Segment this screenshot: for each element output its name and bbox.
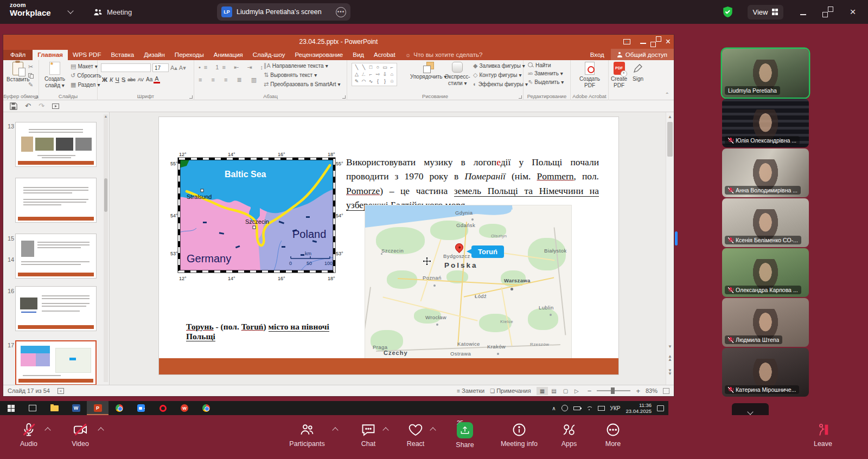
undo-icon[interactable]: ↶	[25, 102, 31, 110]
format-painter-icon[interactable]: ✎	[28, 81, 34, 88]
select-button[interactable]: ⇖Выделить ▾	[528, 79, 564, 86]
chat-button[interactable]: Chat	[348, 422, 389, 448]
security-shield-icon[interactable]	[722, 6, 733, 18]
save-icon[interactable]	[10, 102, 17, 110]
zoom-app-icon[interactable]	[130, 401, 152, 415]
share-document-button[interactable]: Общий доступ	[611, 49, 674, 60]
scroll-down-icon[interactable]: ▼	[666, 344, 674, 349]
arrange-button[interactable]: Упорядочить ▾	[410, 62, 446, 80]
alignment-buttons[interactable]: ≡ ≡ ≡ ≣ ▥	[199, 76, 260, 83]
tab-animations[interactable]: Анимация	[209, 50, 248, 60]
zoom-percentage[interactable]: 83%	[646, 387, 658, 394]
redo-icon[interactable]: ↷	[39, 102, 44, 110]
wps-create-pdf-button[interactable]: PDF CreatePDF	[611, 62, 627, 88]
browser-icon[interactable]	[195, 401, 217, 415]
tab-shared-screen[interactable]: LP Liudmyla Peretiaha's screen •••	[217, 3, 350, 21]
participants-options-caret[interactable]	[332, 427, 338, 433]
close-button[interactable]: ×	[847, 6, 858, 18]
acrobat-create-pdf-button[interactable]: СоздатьPDF	[579, 62, 600, 88]
editor-scrollbar[interactable]: ▲ ▼ ▲▲ ▼▼	[666, 112, 674, 385]
notes-button[interactable]: ≡ Заметки	[457, 387, 484, 394]
view-switcher[interactable]: ▦ ▤ ▢ ▷	[537, 387, 582, 395]
participant-tile[interactable]: Анна Володимирівна ...	[722, 148, 809, 197]
comments-button[interactable]: ❏ Примечания	[490, 387, 531, 394]
more-button[interactable]: More	[592, 422, 634, 448]
slide-thumbnail-16[interactable]	[15, 286, 97, 331]
zoom-out-button[interactable]: −	[588, 387, 592, 395]
dialog-launcher-icon[interactable]	[34, 95, 37, 99]
shapes-gallery[interactable]: ╲╲□○▭⌐ △ㄥ⌐⇨⇩⌂ ✎◠∿{}☆	[352, 63, 397, 86]
tab-meeting[interactable]: Meeting	[93, 0, 132, 24]
keyboard-icon[interactable]	[598, 406, 605, 411]
tab-insert[interactable]: Вставка	[106, 50, 139, 60]
clock[interactable]: 11:3623.04.2025	[626, 402, 652, 415]
find-button[interactable]: Найти	[528, 62, 564, 68]
smartart-button[interactable]: ⇄Преобразовать в SmartArt ▾	[264, 81, 341, 88]
font-size-input[interactable]	[152, 63, 169, 72]
font-name-input[interactable]	[101, 63, 151, 72]
chrome-icon[interactable]	[108, 401, 130, 415]
tab-file[interactable]: Файл	[3, 50, 33, 60]
ppt-minimize-button[interactable]	[640, 38, 646, 46]
copy-icon[interactable]	[28, 73, 34, 79]
slide-canvas[interactable]: 12° 14° 16° 18° 12° 14° 16° 18° 55° 54° …	[158, 117, 619, 375]
zoom-slider[interactable]	[597, 390, 630, 391]
wps-icon[interactable]: W	[174, 401, 195, 415]
tab-wps-pdf[interactable]: WPS PDF	[68, 50, 106, 60]
paste-button[interactable]: Вставить	[7, 62, 29, 83]
grow-font-icon[interactable]: А▴	[170, 64, 177, 72]
powerpoint-icon-active[interactable]: P	[87, 401, 108, 415]
tab-design[interactable]: Дизайн	[139, 50, 170, 60]
language-indicator[interactable]: УКР	[610, 405, 621, 411]
spellcheck-icon[interactable]: ×	[58, 388, 64, 394]
tab-home[interactable]: Главная	[33, 50, 68, 60]
scroll-up-icon[interactable]: ▲	[666, 112, 674, 119]
tray-app-icon[interactable]	[561, 405, 568, 411]
list-buttons[interactable]: •≡ 1≡ ⇤ ⇥ ↕	[199, 64, 266, 71]
text-direction-button[interactable]: ∥АНаправление текста ▾	[264, 62, 341, 69]
start-slideshow-icon[interactable]	[52, 104, 59, 109]
ppt-close-button[interactable]: ×	[666, 37, 671, 47]
view-button[interactable]: View	[748, 5, 783, 20]
section-button[interactable]: ▦Раздел ▾	[71, 81, 101, 88]
ribbon-display-options-icon[interactable]	[623, 39, 630, 44]
collapse-ribbon-icon[interactable]: ⌃	[665, 92, 669, 98]
slideshow-view-icon[interactable]: ▷	[571, 387, 582, 395]
cut-icon[interactable]: ✂	[28, 63, 34, 70]
slide-sorter-icon[interactable]: ▤	[548, 387, 559, 395]
task-view-button[interactable]	[22, 401, 43, 415]
reset-button[interactable]: ↺Сбросить	[71, 72, 101, 79]
slide-thumbnail-13[interactable]	[15, 122, 97, 167]
share-button[interactable]: Share	[444, 422, 486, 449]
leave-button[interactable]: Leave	[802, 422, 844, 448]
tab-slideshow[interactable]: Слайд-шоу	[248, 50, 290, 60]
zoom-slider-thumb[interactable]	[611, 387, 615, 394]
participant-tile[interactable]: Олександра Карпова ...	[722, 248, 809, 297]
slide-thumbnail-14[interactable]	[15, 178, 97, 223]
underline-button[interactable]: Ч	[114, 76, 120, 83]
dialog-launcher-icon[interactable]	[519, 95, 522, 99]
video-button[interactable]: Video	[60, 422, 101, 448]
network-icon[interactable]	[586, 406, 592, 411]
opera-icon[interactable]	[152, 401, 174, 415]
chevron-down-icon[interactable]	[67, 8, 73, 14]
participant-tile[interactable]: Ксенія Беліменко СО-...	[722, 198, 809, 247]
participant-tile[interactable]: Юлія Олександрівна ...	[722, 99, 809, 147]
react-button[interactable]: React	[395, 422, 436, 448]
tray-expand-icon[interactable]: ∧	[552, 405, 556, 411]
text-shadow-button[interactable]: S	[120, 76, 126, 83]
thumbnail-scrollbar[interactable]: ▲	[104, 114, 108, 382]
reading-view-icon[interactable]: ▢	[560, 387, 571, 395]
tab-view[interactable]: Вид	[348, 50, 369, 60]
meeting-info-button[interactable]: Meeting info	[499, 422, 540, 448]
zoom-in-button[interactable]: +	[636, 387, 640, 395]
shape-effects-button[interactable]: ◐Эффекты фигуры ▾	[473, 81, 528, 87]
align-text-button[interactable]: ⇅Выровнять текст ▾	[264, 72, 341, 79]
slide-thumbnail-15[interactable]	[15, 234, 97, 279]
quick-styles-button[interactable]: Экспресс-стили ▾	[445, 62, 470, 86]
word-icon[interactable]: W	[65, 401, 87, 415]
start-button[interactable]	[0, 401, 22, 415]
shrink-font-icon[interactable]: А▾	[179, 64, 186, 72]
shape-fill-button[interactable]: ◆Заливка фигуры ▾	[473, 62, 528, 69]
participant-tile[interactable]: Катерина Мірошниче...	[722, 348, 809, 397]
